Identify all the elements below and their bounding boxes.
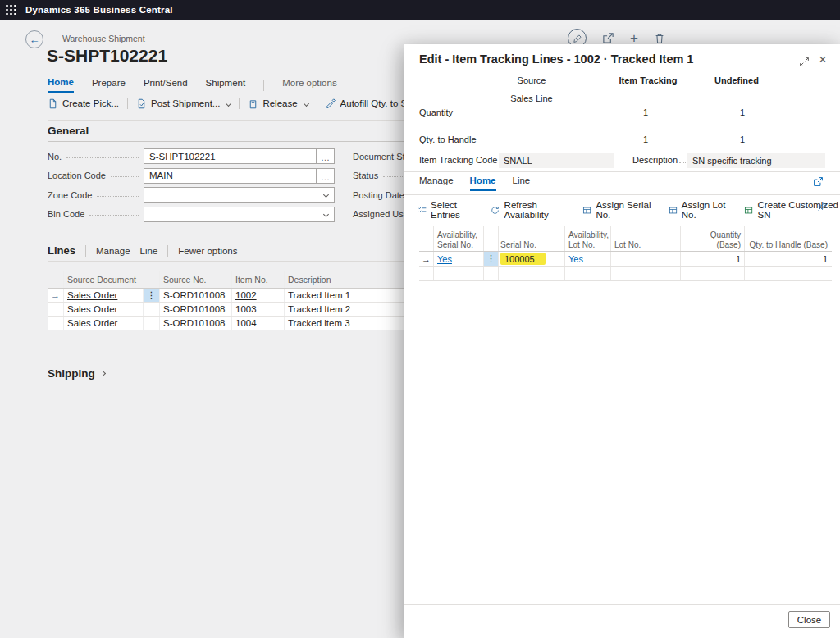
bin-code-input[interactable] xyxy=(144,207,335,222)
assign-serial-no-button[interactable]: Assign Serial No. xyxy=(582,200,657,220)
chevron-down-icon[interactable] xyxy=(323,212,329,217)
shipping-section-heading[interactable]: Shipping xyxy=(48,367,105,380)
location-code-input[interactable]: MAIN … xyxy=(144,168,335,184)
share-button[interactable] xyxy=(602,32,614,44)
row-menu-cell[interactable] xyxy=(144,303,160,316)
page-title: S-SHPT102221 xyxy=(47,46,167,66)
zone-code-input[interactable] xyxy=(144,187,335,203)
dialog-tabs: Manage Home Line xyxy=(419,175,530,191)
ellipsis-v-icon: ⋮ xyxy=(486,253,495,264)
chevron-down-icon[interactable] xyxy=(304,100,309,106)
expand-dialog-button[interactable] xyxy=(799,57,810,67)
close-button[interactable]: Close xyxy=(788,611,830,628)
delete-button[interactable] xyxy=(654,33,665,44)
location-code-label: Location Code xyxy=(48,171,106,180)
create-pick-button[interactable]: Create Pick... xyxy=(48,98,119,109)
assist-edit-button[interactable]: … xyxy=(316,169,334,183)
no-label: No. xyxy=(48,152,62,162)
expand-icon xyxy=(799,57,810,67)
row-pointer-column xyxy=(48,271,64,288)
ellipsis-v-icon: ⋮ xyxy=(147,289,157,301)
assist-edit-button[interactable]: … xyxy=(316,149,334,163)
availability-lot-link[interactable]: Yes xyxy=(568,254,583,264)
release-button[interactable]: Release xyxy=(248,98,308,109)
tab-home[interactable]: Home xyxy=(48,77,74,93)
field-location-code: Location Code MAIN … xyxy=(48,166,335,186)
back-button[interactable]: ← xyxy=(25,30,43,48)
row-menu-cell[interactable] xyxy=(484,267,499,280)
item-tracking-code-label: Item Tracking Code xyxy=(419,155,497,165)
dialog-title: Edit - Item Tracking Lines - 1002 · Trac… xyxy=(419,52,780,66)
col-lot-no[interactable]: Lot No. xyxy=(611,226,681,251)
lot-no-cell[interactable] xyxy=(611,252,681,266)
col-qty-to-handle-base[interactable]: Qty. to Handle (Base) xyxy=(745,226,832,251)
lines-heading[interactable]: Lines xyxy=(48,244,75,257)
quantity-base-cell[interactable] xyxy=(681,267,745,280)
breadcrumb[interactable]: Warehouse Shipment xyxy=(62,34,145,43)
source-no-cell[interactable]: S-ORD101008 xyxy=(160,289,232,302)
close-dialog-button[interactable]: × xyxy=(819,52,827,68)
availability-serial-cell[interactable] xyxy=(434,267,484,280)
divider xyxy=(404,171,840,172)
pencil-icon xyxy=(573,34,582,43)
no-input[interactable]: S-SHPT102221 … xyxy=(144,148,335,164)
item-no-cell[interactable]: 1004 xyxy=(232,317,285,330)
dotted-leader xyxy=(66,151,139,158)
pin-icon[interactable] xyxy=(817,201,828,212)
col-availability-serial[interactable]: Availability, Serial No. xyxy=(434,226,484,251)
tab-shipment[interactable]: Shipment xyxy=(206,78,246,92)
col-item-no[interactable]: Item No. xyxy=(232,271,285,288)
source-document-cell[interactable]: Sales Order xyxy=(64,317,144,330)
col-quantity-base[interactable]: Quantity (Base) xyxy=(681,226,745,251)
tab-prepare[interactable]: Prepare xyxy=(92,78,126,92)
lines-line-menu[interactable]: Line xyxy=(140,246,158,256)
serial-no-cell[interactable] xyxy=(499,267,565,280)
refresh-availability-button[interactable]: Refresh Availability xyxy=(491,200,572,220)
availability-serial-link[interactable]: Yes xyxy=(437,254,452,264)
select-entries-button[interactable]: Select Entries xyxy=(418,200,480,220)
source-document-cell[interactable]: Sales Order xyxy=(64,303,144,316)
source-document-link[interactable]: Sales Order xyxy=(67,290,117,300)
qty-to-handle-base-cell[interactable]: 1 xyxy=(745,252,832,266)
row-menu-cell[interactable] xyxy=(144,317,160,330)
qty-to-handle-item-tracking-value: 1 xyxy=(607,134,648,144)
item-tracking-code-field[interactable]: SNALL xyxy=(499,153,614,168)
item-no-link[interactable]: 1002 xyxy=(235,290,257,300)
dialog-share-button[interactable] xyxy=(813,176,824,187)
availability-lot-cell[interactable] xyxy=(565,267,611,280)
col-source-document[interactable]: Source Document xyxy=(64,271,160,288)
fewer-options-button[interactable]: Fewer options xyxy=(178,246,237,256)
col-serial-no[interactable]: Serial No. xyxy=(499,226,565,251)
tracking-description-field[interactable]: SN specific tracking xyxy=(687,153,825,168)
new-button[interactable]: + xyxy=(630,31,638,45)
quantity-base-cell[interactable]: 1 xyxy=(681,252,745,266)
col-availability-lot[interactable]: Availability, Lot No. xyxy=(565,226,611,251)
qty-to-handle-base-cell[interactable] xyxy=(745,267,832,280)
lot-no-cell[interactable] xyxy=(611,267,681,280)
post-shipment-button[interactable]: Post Shipment... xyxy=(136,98,231,109)
serial-lines-grid: Availability, Serial No. Serial No. Avai… xyxy=(419,226,832,281)
tab-print-send[interactable]: Print/Send xyxy=(144,78,188,92)
dialog-tab-line[interactable]: Line xyxy=(513,175,531,191)
lines-section-header: Lines Manage Line Fewer options xyxy=(48,244,238,257)
more-options-button[interactable]: More options xyxy=(282,78,336,92)
chevron-down-icon[interactable] xyxy=(323,192,329,198)
highlighted-serial-no[interactable]: 100005 xyxy=(500,253,546,265)
source-no-cell[interactable]: S-ORD101008 xyxy=(160,303,232,316)
divider xyxy=(404,194,840,195)
autofill-icon xyxy=(326,98,336,109)
assign-lot-no-button[interactable]: Assign Lot No. xyxy=(669,200,734,220)
chevron-down-icon[interactable] xyxy=(226,100,231,106)
dialog-tab-home[interactable]: Home xyxy=(470,175,496,191)
item-no-cell[interactable]: 1003 xyxy=(232,303,285,316)
waffle-menu-icon[interactable] xyxy=(6,5,16,16)
trash-icon xyxy=(654,33,665,44)
dialog-tab-manage[interactable]: Manage xyxy=(419,175,454,191)
general-section-heading[interactable]: General xyxy=(48,125,89,137)
row-menu-cell[interactable]: ⋮ xyxy=(484,252,499,266)
lines-manage-menu[interactable]: Manage xyxy=(96,246,130,256)
col-source-no[interactable]: Source No. xyxy=(160,271,232,288)
serial-no-cell[interactable]: 100005 xyxy=(499,252,565,266)
row-menu-cell[interactable]: ⋮ xyxy=(144,289,160,302)
source-no-cell[interactable]: S-ORD101008 xyxy=(160,317,232,330)
